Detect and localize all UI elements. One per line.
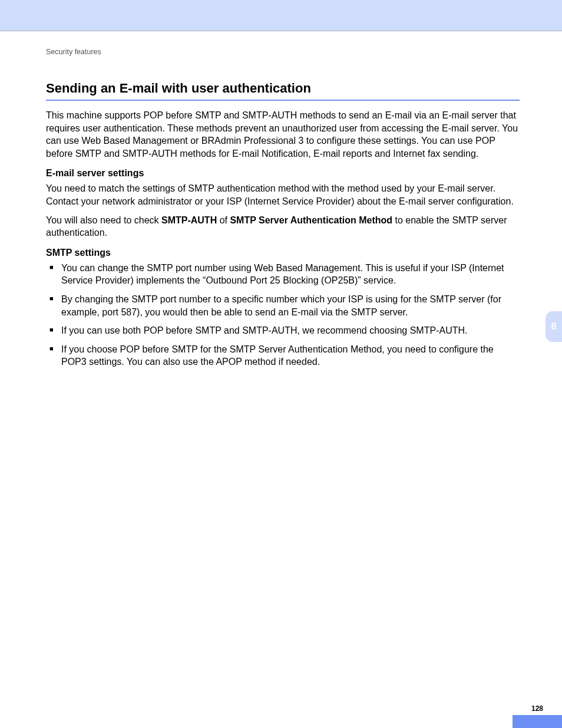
text-fragment: of bbox=[217, 215, 230, 225]
email-server-paragraph-2: You will also need to check SMTP-AUTH of… bbox=[46, 214, 520, 239]
list-item: You can change the SMTP port number usin… bbox=[49, 262, 520, 287]
section-heading-smtp-settings: SMTP settings bbox=[46, 248, 520, 258]
page-number: 128 bbox=[513, 704, 562, 713]
page-content: Security features Sending an E-mail with… bbox=[0, 31, 562, 368]
text-fragment: You will also need to check bbox=[46, 215, 161, 225]
list-item: By changing the SMTP port number to a sp… bbox=[49, 293, 520, 318]
title-underline bbox=[46, 100, 520, 101]
intro-paragraph: This machine supports POP before SMTP an… bbox=[46, 109, 520, 160]
page-number-tab bbox=[513, 715, 562, 728]
list-item: If you choose POP before SMTP for the SM… bbox=[49, 343, 520, 368]
smtp-bullet-list: You can change the SMTP port number usin… bbox=[46, 262, 520, 368]
page-footer: 128 bbox=[0, 689, 562, 728]
bold-smtp-auth: SMTP-AUTH bbox=[161, 215, 217, 225]
bold-smtp-server-auth-method: SMTP Server Authentication Method bbox=[230, 215, 392, 225]
list-item: If you can use both POP before SMTP and … bbox=[49, 324, 520, 337]
breadcrumb: Security features bbox=[46, 48, 520, 56]
chapter-tab: 8 bbox=[546, 311, 562, 342]
email-server-paragraph-1: You need to match the settings of SMTP a… bbox=[46, 182, 520, 207]
top-header-bar bbox=[0, 0, 562, 31]
section-heading-email-server: E-mail server settings bbox=[46, 168, 520, 179]
page-title: Sending an E-mail with user authenticati… bbox=[46, 81, 520, 96]
